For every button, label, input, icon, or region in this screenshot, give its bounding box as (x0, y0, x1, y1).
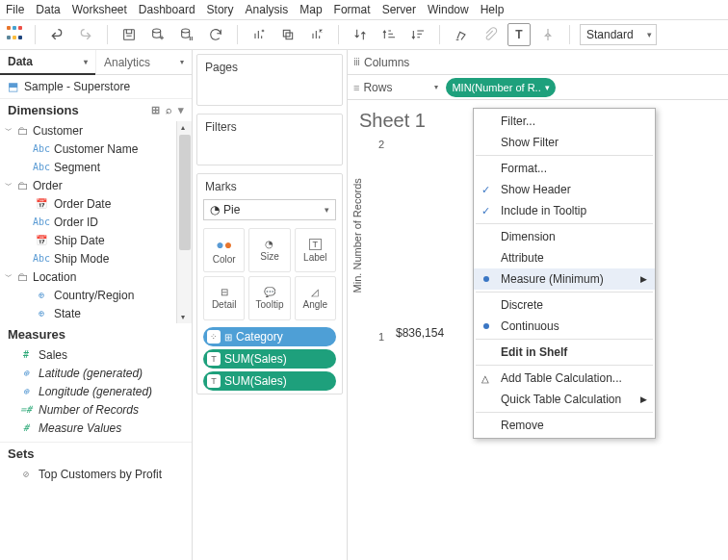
svg-point-2 (182, 29, 190, 33)
datasource-item[interactable]: ⬒ Sample - Superstore (0, 75, 192, 99)
pages-shelf[interactable]: Pages (196, 54, 343, 106)
new-datasource-button[interactable] (146, 23, 169, 46)
menu-story[interactable]: Story (207, 3, 234, 16)
tableau-logo-icon[interactable] (6, 25, 25, 44)
tab-data[interactable]: Data▾ (0, 50, 95, 75)
sort-desc-button[interactable] (406, 23, 429, 46)
ctx-remove[interactable]: Remove (474, 415, 655, 436)
set-top-customers[interactable]: ⊘Top Customers by Profit (0, 465, 192, 483)
mark-angle-card[interactable]: ◿Angle (295, 276, 336, 320)
pill-sum-sales-1[interactable]: TSUM(Sales) (203, 349, 336, 369)
ctx-show-header[interactable]: ✓Show Header (474, 179, 655, 200)
ctx-continuous[interactable]: Continuous (474, 316, 655, 337)
text-icon: T (207, 374, 221, 388)
redo-button[interactable] (74, 23, 97, 46)
menu-map[interactable]: Map (299, 3, 322, 16)
sets-header: Sets (0, 442, 192, 465)
field-country[interactable]: ⊕Country/Region (0, 286, 192, 304)
field-number-of-records[interactable]: =#Number of Records (0, 400, 192, 419)
ctx-quick-table-calc[interactable]: Quick Table Calculation▶ (474, 389, 655, 410)
mark-size-card[interactable]: ◔Size (248, 228, 290, 272)
ctx-measure[interactable]: Measure (Minimum)▶ (474, 268, 655, 290)
check-icon: ✓ (481, 205, 490, 217)
new-worksheet-button[interactable] (247, 23, 271, 46)
submenu-arrow-icon: ▶ (640, 274, 647, 284)
text-label-button[interactable]: T (507, 23, 531, 46)
mark-detail-card[interactable]: ⊟Detail (203, 276, 245, 320)
search-icon[interactable]: ⌕ (166, 104, 172, 116)
menu-window[interactable]: Window (428, 3, 469, 16)
folder-location[interactable]: ﹀🗀Location (0, 267, 192, 286)
scrollbar[interactable]: ▴ ▾ (176, 121, 192, 323)
field-ship-date[interactable]: 📅Ship Date (0, 231, 192, 249)
size-icon: ◔ (265, 239, 273, 249)
menu-worksheet[interactable]: Worksheet (72, 3, 127, 16)
menu-server[interactable]: Server (382, 3, 416, 16)
tab-analytics[interactable]: Analytics▾ (95, 50, 192, 75)
swap-button[interactable] (349, 23, 372, 46)
columns-icon: ⅲ (353, 56, 360, 68)
menu-help[interactable]: Help (481, 3, 505, 16)
mark-color-card[interactable]: ●●Color (203, 228, 245, 272)
view-as-icon[interactable]: ⊞ (151, 104, 160, 116)
ctx-discrete[interactable]: Discrete (474, 294, 655, 316)
field-customer-name[interactable]: AbcCustomer Name (0, 140, 192, 158)
ctx-dimension[interactable]: Dimension (474, 226, 655, 247)
clear-sheet-button[interactable] (305, 23, 328, 46)
menu-analysis[interactable]: Analysis (246, 3, 289, 16)
ctx-show-filter[interactable]: Show Filter (474, 132, 655, 153)
color-icon: ⁘ (207, 330, 221, 344)
folder-icon: 🗀 (17, 124, 29, 138)
ctx-filter[interactable]: Filter... (474, 111, 655, 132)
folder-customer[interactable]: ﹀🗀Customer (0, 121, 192, 140)
field-segment[interactable]: AbcSegment (0, 158, 192, 176)
menu-dashboard[interactable]: Dashboard (139, 3, 195, 16)
selected-dot-icon (483, 276, 489, 282)
field-order-date[interactable]: 📅Order Date (0, 194, 192, 213)
viz-area: ⅲColumns ≡Rows▾ MIN(Number of R..▾ Sheet… (347, 50, 728, 560)
menu-file[interactable]: File (6, 3, 24, 16)
field-order-id[interactable]: AbcOrder ID (0, 213, 192, 231)
mark-type-dropdown[interactable]: ◔Pie ▾ (203, 199, 336, 220)
svg-point-1 (153, 29, 161, 33)
columns-shelf[interactable]: ⅲColumns (348, 50, 728, 75)
folder-order[interactable]: ﹀🗀Order (0, 176, 192, 194)
field-latitude[interactable]: ⊕Latitude (generated) (0, 364, 192, 382)
pill-category[interactable]: ⁘⊞Category (203, 327, 336, 346)
pause-auto-updates-button[interactable] (175, 23, 198, 46)
ctx-include-tooltip[interactable]: ✓Include in Tooltip (474, 200, 655, 221)
save-button[interactable] (117, 23, 141, 46)
field-longitude[interactable]: ⊕Longitude (generated) (0, 382, 192, 400)
filters-shelf[interactable]: Filters (196, 114, 343, 165)
field-city[interactable]: ⊕City (0, 322, 192, 323)
fit-dropdown[interactable]: Standard (580, 24, 657, 45)
ctx-edit-in-shelf[interactable]: Edit in Shelf (474, 342, 655, 363)
label-icon: T (309, 239, 323, 250)
menu-data[interactable]: Data (36, 3, 60, 16)
pill-min-number-of-records[interactable]: MIN(Number of R..▾ (446, 78, 555, 97)
refresh-button[interactable] (204, 23, 227, 46)
menu-format[interactable]: Format (334, 3, 371, 16)
svg-rect-3 (283, 30, 290, 37)
rows-icon: ≡ (353, 82, 359, 93)
menu-icon[interactable]: ▾ (178, 104, 184, 116)
field-ship-mode[interactable]: AbcShip Mode (0, 249, 192, 267)
sort-asc-button[interactable] (377, 23, 401, 46)
menu-bar: File Data Worksheet Dashboard Story Anal… (0, 0, 728, 19)
field-measure-values[interactable]: #Measure Values (0, 419, 192, 437)
field-sales[interactable]: #Sales (0, 345, 192, 364)
angle-icon: ◿ (311, 287, 319, 297)
pill-sum-sales-2[interactable]: TSUM(Sales) (203, 371, 336, 391)
rows-shelf[interactable]: ≡Rows▾ MIN(Number of R..▾ (348, 75, 728, 100)
undo-button[interactable] (45, 23, 68, 46)
mark-tooltip-card[interactable]: 💬Tooltip (248, 276, 290, 320)
mark-label-card[interactable]: TLabel (295, 228, 336, 272)
duplicate-sheet-button[interactable] (276, 23, 299, 46)
ctx-add-table-calc[interactable]: △Add Table Calculation... (474, 368, 655, 389)
attach-button[interactable] (479, 23, 502, 46)
pin-button[interactable] (536, 23, 559, 46)
ctx-format[interactable]: Format... (474, 158, 655, 179)
ctx-attribute[interactable]: Attribute (474, 247, 655, 268)
highlight-button[interactable] (450, 23, 473, 46)
field-state[interactable]: ⊕State (0, 304, 192, 322)
